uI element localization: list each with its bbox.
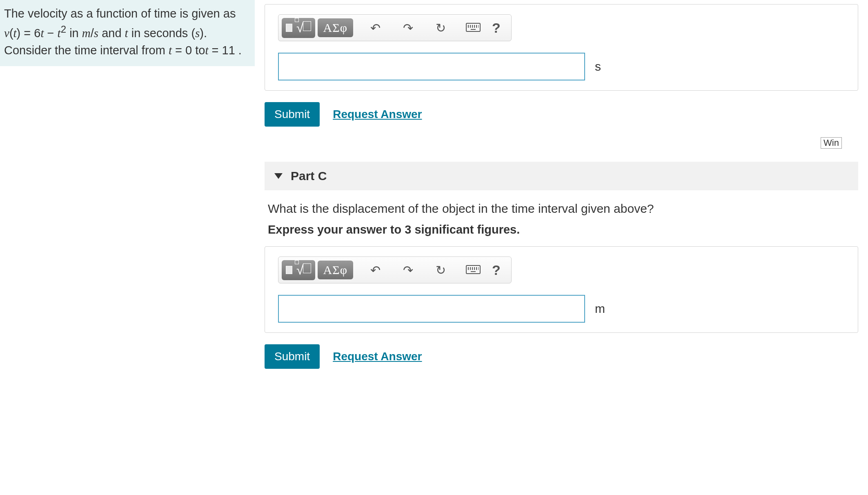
greek-button[interactable]: ΑΣφ (318, 18, 353, 37)
win-badge: Win (821, 137, 842, 149)
redo-icon[interactable]: ↷ (399, 21, 417, 35)
greek-label: ΑΣφ (323, 21, 347, 35)
submit-button-b[interactable]: Submit (265, 102, 320, 127)
unit-label-b: s (595, 60, 601, 74)
rectangle-icon (286, 266, 292, 274)
help-icon[interactable]: ? (492, 20, 501, 36)
equation-toolbar: √ ΑΣφ ↶ ↷ ↻ ? (278, 256, 512, 283)
help-icon[interactable]: ? (492, 262, 501, 278)
problem-statement: The velocity as a function of time is gi… (0, 0, 255, 66)
unit-label-c: m (595, 302, 605, 316)
answer-input-b[interactable] (278, 53, 585, 80)
reset-icon[interactable]: ↻ (432, 21, 450, 35)
greek-button[interactable]: ΑΣφ (318, 261, 353, 279)
nth-root-icon: √ (296, 20, 311, 36)
keyboard-icon[interactable] (464, 263, 482, 277)
caret-down-icon (274, 173, 283, 179)
answer-panel-b: √ ΑΣφ ↶ ↷ ↻ ? s (265, 4, 858, 91)
templates-button[interactable]: √ (282, 18, 315, 38)
nth-root-icon: √ (296, 263, 311, 278)
part-c-question: What is the displacement of the object i… (265, 202, 858, 216)
reset-icon[interactable]: ↻ (432, 263, 450, 277)
part-c-title: Part C (291, 169, 327, 183)
rectangle-icon (286, 24, 292, 32)
submit-button-c[interactable]: Submit (265, 344, 320, 369)
redo-icon[interactable]: ↷ (399, 263, 417, 277)
request-answer-link-b[interactable]: Request Answer (333, 108, 422, 121)
undo-icon[interactable]: ↶ (366, 21, 384, 35)
answer-panel-c: √ ΑΣφ ↶ ↷ ↻ ? m (265, 246, 858, 333)
equation-toolbar: √ ΑΣφ ↶ ↷ ↻ ? (278, 14, 512, 41)
greek-label: ΑΣφ (323, 263, 347, 277)
request-answer-link-c[interactable]: Request Answer (333, 350, 422, 363)
undo-icon[interactable]: ↶ (366, 263, 384, 277)
answer-input-c[interactable] (278, 295, 585, 323)
part-c-instruction: Express your answer to 3 significant fig… (265, 223, 858, 236)
keyboard-icon[interactable] (464, 21, 482, 35)
templates-button[interactable]: √ (282, 260, 315, 280)
part-c-header[interactable]: Part C (265, 162, 858, 190)
